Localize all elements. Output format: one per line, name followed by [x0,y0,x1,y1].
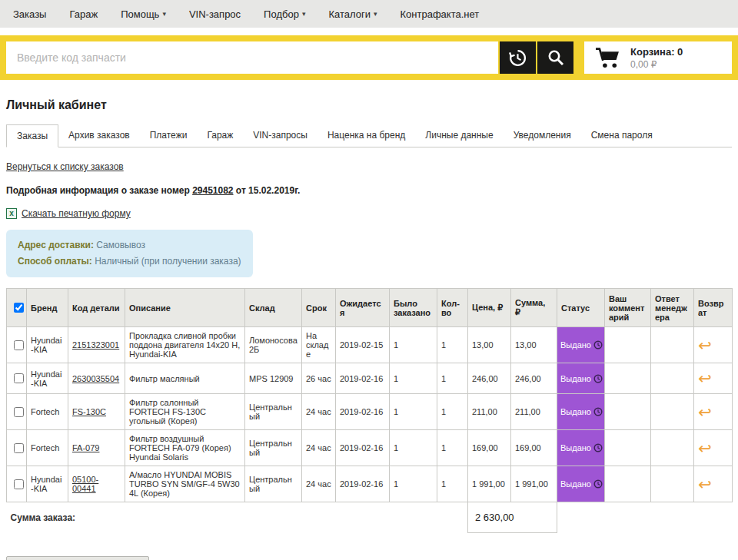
return-arrow-icon[interactable]: ↩ [698,476,712,492]
col-price: Цена, ₽ [468,289,511,327]
price-cell: 1 991,00 [468,466,511,502]
return-cell: ↩ [694,430,733,466]
brand-cell: Fortech [27,394,68,430]
search-icon [547,48,565,67]
print-form-row: x Скачать печатную форму [6,208,732,219]
tab-brand-markup[interactable]: Наценка на бренд [317,124,415,147]
term-cell: 26 час [302,363,336,394]
payment-method-label: Способ оплаты: [18,256,92,267]
status-badge: Выдано [557,394,605,430]
row-checkbox-cell [7,363,27,394]
tab-personal-data[interactable]: Личные данные [415,124,503,147]
delivery-address-label: Адрес доставки: [18,240,94,250]
nav-item-catalogs[interactable]: Каталоги▾ [328,8,377,20]
part-code-link[interactable]: 2630035504 [72,374,119,383]
order-total-label: Сумма заказа: [7,502,468,533]
manager-reply-cell [651,363,694,394]
nav-item-label: Каталоги [328,8,371,20]
cart-total-label: 0,00 ₽ [630,59,683,70]
warehouse-cell: Ломоносова 2Б [245,327,302,363]
part-code-link[interactable]: 2151323001 [72,340,119,350]
sum-cell: 13,00 [511,327,557,363]
select-all-checkbox[interactable] [14,303,24,313]
back-to-orders-link[interactable]: Вернуться к списку заказов [6,161,124,172]
excel-icon: x [6,208,17,219]
tab-garage[interactable]: Гараж [197,124,243,147]
return-cell: ↩ [694,327,733,363]
nav-item-label: Контрафакта.нет [400,8,479,20]
comment-cell [605,327,651,363]
tab-payments[interactable]: Платежи [140,124,198,147]
nav-item-selection[interactable]: Подбор▾ [264,8,305,20]
return-arrow-icon[interactable]: ↩ [698,404,712,420]
row-checkbox[interactable] [14,479,24,489]
status-clock-icon [593,479,603,489]
code-cell: FA-079 [68,430,125,466]
nav-item-orders[interactable]: Заказы [13,8,46,20]
status-label: Выдано [560,479,591,489]
nav-item-help[interactable]: Помощь▾ [121,8,166,20]
return-cell: ↩ [694,466,733,502]
part-code-link[interactable]: FA-079 [72,443,99,452]
order-items-table: Бренд Код детали Описание Склад Срок Ожи… [6,288,733,533]
row-checkbox[interactable] [14,443,24,453]
nav-item-vin-request[interactable]: VIN-запрос [189,8,241,20]
nav-item-label: Гараж [69,8,98,20]
price-cell: 13,00 [468,327,511,363]
comment-cell [605,430,651,466]
brand-cell: Hyundai-KIA [27,327,68,363]
row-checkbox-cell [7,394,27,430]
row-checkbox-cell [7,430,27,466]
tab-notifications[interactable]: Уведомления [504,124,581,147]
return-cell: ↩ [694,363,733,394]
order-info-suffix: от 15.02.2019г. [234,185,301,196]
cart-panel[interactable]: Корзина: 0 0,00 ₽ [584,41,732,74]
col-sum: Сумма, ₽ [511,289,557,327]
status-clock-icon [593,374,603,383]
brand-cell: Hyundai-KIA [27,363,68,394]
brand-cell: Fortech [27,430,68,466]
status-badge: Выдано [557,327,605,363]
row-checkbox[interactable] [14,340,24,350]
tab-change-password[interactable]: Смена пароля [581,124,663,147]
part-code-link[interactable]: FS-130C [72,407,106,416]
tab-orders[interactable]: Заказы [6,124,58,147]
order-info-line: Подробная информация о заказе номер 2945… [6,185,732,196]
nav-item-garage[interactable]: Гараж [69,8,98,20]
download-print-form-link[interactable]: Скачать печатную форму [22,208,131,219]
table-header-row: Бренд Код детали Описание Склад Срок Ожи… [7,289,733,327]
return-arrow-icon[interactable]: ↩ [698,337,712,353]
status-label: Выдано [560,407,591,416]
code-cell: 2151323001 [68,327,125,363]
comment-cell [605,394,651,430]
add-order-to-cart-button[interactable]: Добавить заказ в корзину [6,556,149,560]
col-term: Срок [302,289,336,327]
status-badge: Выдано [557,363,605,394]
row-checkbox[interactable] [14,373,24,383]
tab-order-archive[interactable]: Архив заказов [58,124,140,147]
order-info-prefix: Подробная информация о заказе номер [6,185,192,196]
was-ordered-cell: 1 [390,363,437,394]
chevron-down-icon: ▾ [374,10,377,18]
price-cell: 211,00 [468,394,511,430]
status-label: Выдано [560,340,591,350]
return-arrow-icon[interactable]: ↩ [698,440,712,456]
col-manager-reply: Ответ менеджера [651,289,694,327]
term-cell: 24 час [302,430,336,466]
description-cell: Фильтр воздушный FORTECH FA-079 (Корея) … [125,430,245,466]
tab-vin-requests[interactable]: VIN-запросы [243,124,317,147]
col-part-code: Код детали [68,289,125,327]
search-button[interactable] [537,41,573,74]
part-code-link[interactable]: 05100-00441 [72,475,98,493]
status-clock-icon [593,443,603,452]
table-row: Fortech FA-079 Фильтр воздушный FORTECH … [7,430,733,466]
comment-cell [605,466,651,502]
description-cell: Фильтр масляный [125,363,245,394]
return-arrow-icon[interactable]: ↩ [698,370,712,386]
search-history-button[interactable] [500,41,536,74]
description-cell: Фильтр салонный FORTECH FS-130C угольный… [125,394,245,430]
row-checkbox[interactable] [14,407,24,417]
search-input[interactable] [6,41,498,74]
order-number-link[interactable]: 29451082 [192,185,233,196]
nav-item-counterfeit[interactable]: Контрафакта.нет [400,8,479,20]
